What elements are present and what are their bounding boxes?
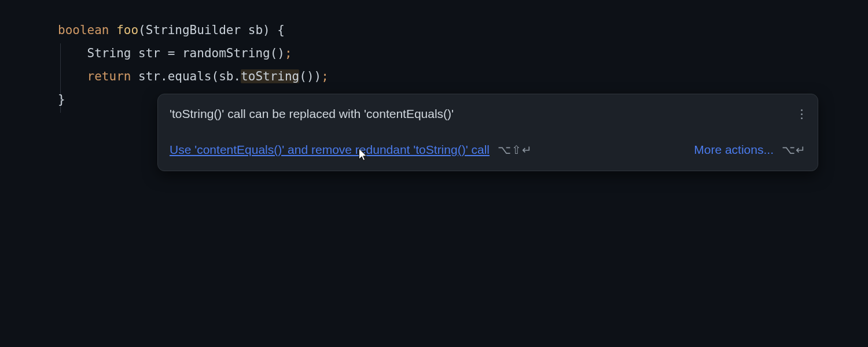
semicolon: ; [285,46,292,60]
param-type: StringBuilder [146,23,241,37]
inspection-popup: 'toString()' call can be replaced with '… [157,94,818,171]
keyword-boolean: boolean [58,23,109,37]
code-editor[interactable]: boolean foo(StringBuilder sb) { String s… [0,0,868,111]
highlighted-tostring[interactable]: toString [241,69,299,83]
more-options-icon[interactable] [797,108,806,120]
code-line[interactable]: boolean foo(StringBuilder sb) { [0,19,868,42]
method-call: randomString() [182,46,285,60]
eq: = [168,46,182,60]
type-string: String [87,46,131,60]
expr: ()) [299,69,321,83]
semicolon: ; [321,69,329,83]
expr: str.equals(sb. [131,69,241,83]
function-name: foo [116,23,138,37]
var-name: str [131,46,167,60]
indent [58,69,87,83]
keyword-return: return [87,69,131,83]
quickfix-link[interactable]: Use 'contentEquals()' and remove redunda… [170,138,490,161]
paren-close-brace: ) { [263,23,285,37]
code-line[interactable]: String str = randomString(); [0,42,868,65]
code-line[interactable]: return str.equals(sb.toString()); [0,65,868,88]
paren-open: ( [138,23,146,37]
param-name: sb [241,23,263,37]
more-actions-shortcut: ⌥↵ [782,138,806,161]
brace-close: } [58,93,65,106]
inspection-title: 'toString()' call can be replaced with '… [170,102,454,125]
more-actions-link[interactable]: More actions... [694,138,774,161]
quickfix-shortcut: ⌥⇧↵ [498,138,532,161]
indent [58,46,87,60]
